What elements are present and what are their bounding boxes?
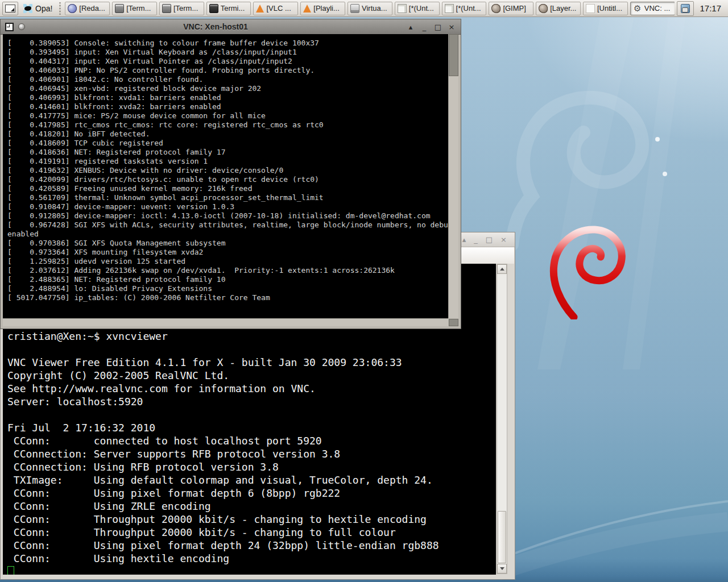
task-button[interactable]: [VLC ... <box>253 2 298 15</box>
terminal-shade-icon[interactable]: ▴ <box>462 232 466 247</box>
task-button-label: [Playli... <box>313 4 340 13</box>
vlc-icon <box>256 5 264 13</box>
globe-icon <box>68 4 77 13</box>
vlc-icon <box>303 5 311 13</box>
panel-handle[interactable] <box>57 2 63 15</box>
terminal-output: cristian@Xen:~$ xvncviewer VNC Viewer Fr… <box>7 330 439 565</box>
vnc-titlebar[interactable]: VNC: Xen-host01 ▴ _ □ × <box>1 19 461 35</box>
debian-logo <box>547 223 627 319</box>
task-button-label: [Term... <box>126 4 151 13</box>
vnc-vertical-scrollbar[interactable] <box>448 34 458 318</box>
task-button-label: [Layer... <box>550 4 576 13</box>
task-button-label: [VLC ... <box>266 4 291 13</box>
vnc-cube-icon <box>5 23 14 31</box>
task-button-label: [*(Unt... <box>409 4 434 13</box>
task-button-label: VNC: ... <box>644 4 671 13</box>
task-button-label: Virtua... <box>362 4 387 13</box>
task-button[interactable]: [*(Unt... <box>442 2 487 15</box>
task-button[interactable]: [Reda... <box>65 2 110 15</box>
task-button[interactable]: [Layer... <box>536 2 581 15</box>
terminal-icon <box>162 4 171 13</box>
launcher-label: Opa! <box>35 4 52 13</box>
vnc-horizontal-scrollbar[interactable] <box>3 318 448 326</box>
gimp-icon <box>491 4 500 13</box>
taskbar: Opa! [Reda... [Term... [Term... Termi... <box>0 0 728 17</box>
task-button[interactable]: [GIMP] <box>489 2 533 15</box>
show-desktop-button[interactable] <box>2 2 18 15</box>
computer-icon <box>350 4 359 13</box>
taskbar-launcher-opa[interactable]: Opa! <box>20 1 55 16</box>
task-button[interactable]: Virtua... <box>348 2 392 15</box>
terminal-minimize-icon[interactable]: _ <box>474 232 478 247</box>
vnc-resize-corner[interactable] <box>449 319 458 326</box>
clock: 17:17 <box>696 3 726 13</box>
vnc-shade-icon[interactable]: ▴ <box>406 23 415 31</box>
task-button-label: [GIMP] <box>503 4 526 13</box>
arrow-up-icon <box>500 268 504 271</box>
task-button[interactable]: [Term... <box>159 2 204 15</box>
screenshot-button[interactable] <box>677 1 694 16</box>
terminal-maximize-icon[interactable]: □ <box>486 232 493 247</box>
screenshot-icon <box>681 4 690 13</box>
terminal-scrollbar[interactable] <box>497 264 507 574</box>
arrow-down-icon <box>500 567 504 570</box>
task-button[interactable]: [*(Unt... <box>395 2 440 15</box>
dog-icon <box>23 4 32 13</box>
terminal-icon <box>115 4 124 13</box>
gimp-icon <box>539 4 548 13</box>
task-button[interactable]: Termi... <box>206 2 251 15</box>
vnc-viewer-window: VNC: Xen-host01 ▴ _ □ × [ 0.389053] Cons… <box>0 19 461 329</box>
terminal-dark-icon <box>209 4 218 13</box>
editor-icon <box>398 4 407 13</box>
vnc-maximize-icon[interactable]: □ <box>433 23 442 31</box>
editor-icon <box>445 4 454 13</box>
task-button[interactable]: [Untitl... <box>583 2 628 15</box>
task-button-label: [Untitl... <box>597 4 622 13</box>
task-button[interactable]: VNC: ... <box>630 2 675 15</box>
vnc-scrollbar-thumb[interactable] <box>449 34 458 76</box>
task-button-label: [Reda... <box>79 4 105 13</box>
task-button-label: [Term... <box>173 4 198 13</box>
vnc-close-icon[interactable]: × <box>447 23 456 31</box>
task-button-label: Termi... <box>221 4 245 13</box>
gear-icon <box>633 4 642 13</box>
task-button-label: [*(Unt... <box>456 4 481 13</box>
sticky-button[interactable] <box>18 23 25 30</box>
task-button[interactable]: [Playli... <box>300 2 345 15</box>
task-button-list: [Reda... [Term... [Term... Termi... [VLC… <box>65 2 675 15</box>
scroll-down-button[interactable] <box>497 564 507 573</box>
scroll-up-button[interactable] <box>497 264 507 274</box>
terminal-close-icon[interactable]: × <box>500 232 507 247</box>
terminal-scrollbar-thumb[interactable] <box>498 511 506 563</box>
show-desktop-icon <box>5 5 15 13</box>
window-title: VNC: Xen-host01 <box>30 22 402 31</box>
blank-icon <box>586 4 595 13</box>
task-button[interactable]: [Term... <box>112 2 157 15</box>
vnc-framebuffer[interactable]: [ 0.389053] Console: switching to colour… <box>3 34 448 318</box>
vnc-minimize-icon[interactable]: _ <box>420 23 429 31</box>
terminal-cursor <box>7 566 14 575</box>
kernel-log: [ 0.389053] Console: switching to colour… <box>7 39 448 318</box>
